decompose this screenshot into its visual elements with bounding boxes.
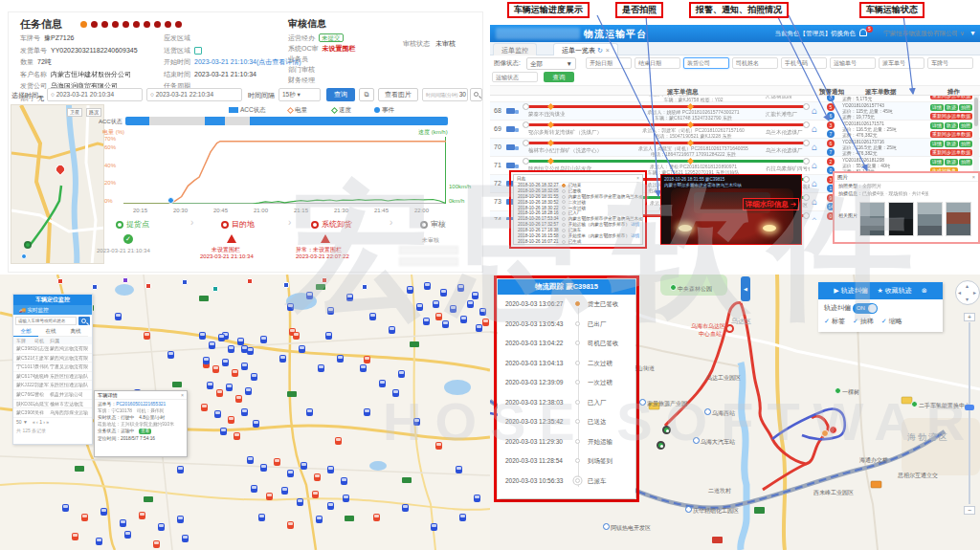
refresh-icon[interactable]: ↻ (597, 47, 603, 54)
company-selector[interactable]: 宁蒙恒泰物流股份有限公司 ∨ (883, 30, 965, 38)
vehicle-marker-icon[interactable] (235, 395, 242, 403)
event-marker-icon[interactable] (167, 197, 174, 204)
status-dot-icon[interactable] (165, 21, 171, 28)
zoom-rail[interactable] (969, 322, 970, 504)
vehicle-marker-icon[interactable] (341, 477, 347, 485)
home-icon[interactable]: ⌂ (812, 142, 817, 152)
detail-button[interactable]: 详情 (930, 122, 944, 129)
view-images-button[interactable]: 查看图片 (378, 88, 418, 101)
track-button[interactable]: 轨迹 (945, 159, 958, 165)
track-button[interactable]: 轨迹 (945, 122, 958, 129)
vehicle-marker-icon[interactable] (335, 437, 342, 445)
poi-icon[interactable] (182, 279, 188, 285)
status-dot-icon[interactable] (154, 21, 161, 28)
map-pan-control[interactable]: ▴ ▾ ◂ ▸ (955, 280, 980, 305)
zoom-knob[interactable] (965, 405, 974, 410)
vehicle-marker-icon[interactable] (177, 466, 184, 473)
vehicle-marker-icon[interactable] (81, 514, 88, 521)
vehicle-marker-icon[interactable] (72, 533, 78, 540)
vehicle-marker-icon[interactable] (124, 531, 131, 539)
notice-count-badge[interactable]: 7 (827, 130, 835, 138)
legend-item[interactable]: 速度 (332, 106, 351, 115)
close-circle-icon[interactable]: ⊗ (922, 287, 927, 294)
sidebar-tab[interactable]: 全部 (13, 327, 38, 337)
home-icon[interactable]: ⌂ (812, 214, 817, 220)
vehicle-marker-icon[interactable] (314, 473, 321, 481)
route-start-marker[interactable] (657, 441, 665, 450)
table-row[interactable]: 70 榆林市小纪汗煤矿（洗选中心） 承运人：高延宝（司机）PC201810261… (490, 139, 980, 157)
vehicle-marker-icon[interactable] (258, 514, 265, 521)
photo-button[interactable]: 拍照 (959, 159, 972, 165)
photo-thumbnail[interactable] (859, 202, 885, 236)
vehicle-marker-icon[interactable] (115, 313, 122, 320)
zoom-in-button[interactable]: + (964, 313, 975, 321)
vehicle-marker-icon[interactable] (476, 324, 482, 332)
vehicle-marker-icon[interactable] (402, 504, 409, 512)
vehicle-marker-icon[interactable] (373, 514, 380, 521)
photo-thumbnail[interactable] (946, 202, 971, 236)
vehicle-row[interactable]: 陕KD3025高延宝榆林市宏达物流 (13, 400, 92, 409)
map-zoom-control[interactable]: + − (966, 313, 973, 514)
vehicle-marker-icon[interactable] (139, 512, 145, 519)
vehicle-marker-icon[interactable] (316, 516, 323, 523)
vehicle-marker-icon[interactable] (287, 521, 294, 529)
notice-count-badge[interactable]: 7 (827, 148, 835, 156)
vehicle-marker-icon[interactable] (440, 289, 447, 297)
vehicle-row[interactable]: 宁C10178聂伟民宁夏昊运物流有限公司 (13, 363, 92, 372)
fleet-monitor-map[interactable]: 车辆定位监控 🚚 实时监控 全部在线离线 车牌司机归属 蒙C39815刘志强蒙西… (0, 275, 490, 550)
vehicle-marker-icon[interactable] (62, 504, 69, 512)
status-dot-icon[interactable] (175, 21, 182, 28)
vehicle-marker-icon[interactable] (306, 292, 313, 299)
status-dot-icon[interactable] (144, 21, 150, 28)
vehicle-row[interactable]: 蒙C52160王建军蒙西鸿运物流有限公司 (13, 354, 92, 363)
route-end-marker[interactable] (821, 429, 829, 437)
vehicle-marker-icon[interactable] (293, 332, 300, 340)
route-end-marker[interactable] (829, 426, 837, 434)
vehicle-marker-icon[interactable] (379, 380, 386, 387)
traffic-button[interactable]: 路况 (86, 108, 101, 117)
poi-icon[interactable] (145, 283, 151, 289)
panel-collapse-handle[interactable]: ◀ (741, 276, 750, 301)
correct-track-button[interactable]: ▶ 轨迹纠偏 (834, 287, 867, 294)
vehicle-marker-icon[interactable] (245, 387, 252, 395)
speed-power-chart[interactable] (123, 137, 446, 204)
vehicle-marker-icon[interactable] (297, 498, 303, 506)
vehicle-marker-icon[interactable] (144, 332, 150, 340)
vehicle-marker-icon[interactable] (220, 428, 227, 435)
vehicle-marker-icon[interactable] (232, 369, 238, 377)
photo-thumbnail[interactable] (917, 202, 943, 236)
tab-waybill-list[interactable]: 运单一览表 ↻× (553, 43, 618, 55)
option-checkbox[interactable]: ✓缩略 (881, 317, 902, 326)
vehicle-marker-icon[interactable] (279, 355, 286, 363)
track-button[interactable]: 轨迹 (945, 104, 958, 111)
vehicle-marker-icon[interactable] (199, 332, 206, 340)
image-state-select[interactable]: 全部 ▼ (526, 57, 576, 70)
poi-icon[interactable] (122, 277, 128, 283)
status-dot-icon[interactable] (112, 21, 119, 28)
vehicle-marker-icon[interactable] (228, 416, 234, 424)
vehicle-marker-icon[interactable] (423, 318, 430, 325)
vehicle-marker-icon[interactable] (325, 332, 332, 340)
vehicle-marker-icon[interactable] (392, 389, 399, 397)
poi-icon[interactable] (247, 278, 253, 284)
log-link[interactable]: 详情 (631, 233, 639, 238)
interval-select[interactable]: 15秒 ▾ (278, 88, 321, 101)
sidebar-tab[interactable]: 离线 (63, 327, 88, 337)
vehicle-marker-icon[interactable] (472, 292, 479, 299)
vehicle-marker-icon[interactable] (203, 357, 210, 364)
vehicle-marker-icon[interactable] (214, 410, 221, 418)
tab-monitor[interactable]: 运单监控 (493, 43, 537, 55)
vehicle-marker-icon[interactable] (369, 313, 376, 320)
vehicle-marker-icon[interactable] (218, 334, 225, 341)
vehicle-row[interactable]: 蒙C39061吴祥乌海西部煤业运输部 (13, 408, 92, 418)
filter-input[interactable] (683, 57, 729, 69)
vehicle-marker-icon[interactable] (281, 487, 288, 495)
status-action-button[interactable]: 重新同步运单数据 (930, 149, 972, 156)
pan-left-icon[interactable]: ◂ (958, 289, 961, 296)
vehicle-marker-icon[interactable] (274, 458, 280, 466)
vehicle-marker-icon[interactable] (479, 308, 486, 316)
vehicle-marker-icon[interactable] (346, 294, 353, 301)
vehicle-marker-icon[interactable] (431, 523, 437, 531)
vehicle-marker-icon[interactable] (306, 408, 313, 416)
vehicle-marker-icon[interactable] (241, 363, 248, 370)
